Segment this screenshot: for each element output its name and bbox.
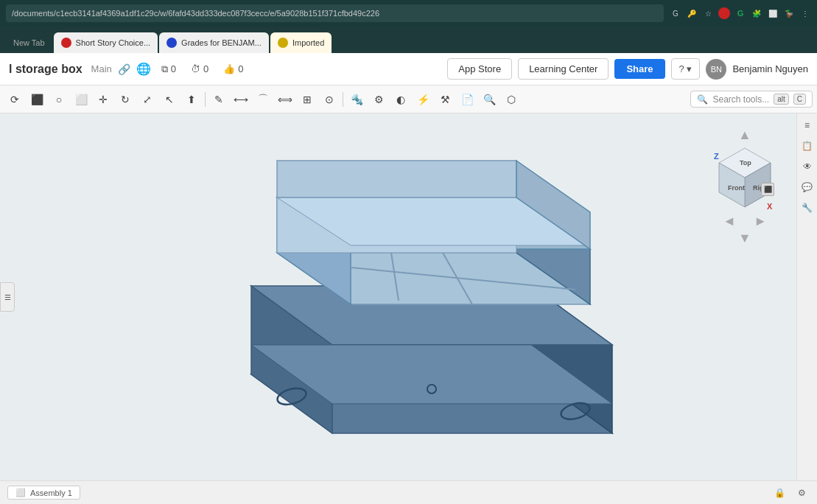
copy-icon: ⧉ (161, 63, 168, 75)
right-panel-btn-5[interactable]: 🔧 (799, 199, 816, 217)
tool-extrude[interactable]: ⬆ (181, 89, 202, 110)
chevron-icon: ▾ (687, 63, 692, 74)
right-panel-btn-2[interactable]: 📋 (799, 137, 816, 155)
grammarly-icon[interactable]: G (734, 7, 746, 19)
tool-inspect[interactable]: 🔍 (479, 89, 499, 110)
toolbar-separator-2 (343, 92, 343, 107)
svg-text:Front: Front (728, 184, 745, 192)
tab-grades[interactable]: Grades for BENJAM... (159, 32, 269, 53)
assembly-icon: ⬜ (15, 488, 26, 497)
main-area: ☰ (0, 113, 817, 480)
tool-drawing[interactable]: 📄 (457, 89, 477, 110)
link-icon[interactable]: 🔗 (118, 63, 130, 75)
nav-cube: ▲ Top Front Right Z X (708, 128, 782, 217)
more-icon[interactable]: ⋮ (799, 7, 811, 19)
app-header: l storage box Main 🔗 🌐 ⧉ 0 ⏱ 0 👍 0 App S… (0, 53, 817, 85)
share-button[interactable]: Share (614, 59, 665, 79)
tool-sheet-metal[interactable]: ⬡ (501, 89, 522, 110)
tab-favicon-short-story (61, 38, 71, 48)
nav-arrow-right[interactable]: ► (754, 214, 767, 229)
clock-icon: ⏱ (191, 63, 200, 74)
nav-arrow-down[interactable]: ▼ (708, 231, 782, 246)
svg-marker-17 (277, 161, 516, 197)
tool-sketch[interactable]: ✎ (208, 89, 229, 110)
star-icon[interactable]: ☆ (702, 7, 714, 19)
tab-new-tab[interactable]: New Tab (6, 32, 52, 53)
tool-box[interactable]: ⬛ (27, 89, 47, 110)
google-icon[interactable]: G (670, 7, 681, 19)
svg-text:Top: Top (740, 159, 751, 167)
tool-joint[interactable]: ⚙ (368, 89, 389, 110)
assembly-tab[interactable]: ⬜ Assembly 1 (7, 486, 80, 500)
tab-favicon-imported (278, 38, 288, 48)
search-tools-box[interactable]: 🔍 Search tools... alt C (690, 91, 813, 108)
search-kbd-c: C (793, 94, 806, 105)
copies-stat: ⧉ 0 (157, 63, 180, 75)
toolbar-separator-1 (205, 92, 206, 107)
url-input[interactable]: /documents/c1ecb3141af4369a1df1c29c/w/6f… (6, 4, 664, 22)
tab-short-story[interactable]: Short Story Choice... (54, 32, 158, 53)
right-panel-btn-1[interactable]: ≡ (799, 116, 816, 134)
right-panel-btn-3[interactable]: 👁 (799, 158, 816, 175)
toolbar: ⟳ ⬛ ○ ⬜ ✛ ↻ ⤢ ↖ ⬆ ✎ ⟷ ⌒ ⟺ ⊞ ⊙ 🔩 ⚙ ◐ ⚡ ⚒ … (0, 85, 817, 113)
viewport[interactable]: ▲ Top Front Right Z X (0, 113, 796, 480)
status-icon-2[interactable]: ⚙ (793, 485, 810, 501)
ext1-icon[interactable] (718, 7, 730, 19)
tool-cam[interactable]: ⚒ (435, 89, 455, 110)
tab-imported[interactable]: Imported (270, 32, 332, 53)
tool-pattern[interactable]: ⊞ (297, 89, 318, 110)
nav-arrow-left[interactable]: ◄ (723, 214, 736, 229)
nav-cube-3d[interactable]: Top Front Right Z X (712, 144, 778, 211)
status-icon-1[interactable]: 🔒 (771, 485, 788, 501)
tool-hole[interactable]: ⊙ (319, 89, 340, 110)
browser-icons: G 🔑 ☆ G 🧩 ⬜ 🦆 ⋮ (670, 7, 811, 19)
puzzle-icon[interactable]: 🧩 (751, 7, 762, 19)
tool-move[interactable]: ✛ (93, 89, 113, 110)
tab-bar: New Tab Short Story Choice... Grades for… (0, 27, 817, 53)
tool-dimension[interactable]: ⟷ (231, 89, 251, 110)
help-button[interactable]: ? ▾ (671, 58, 701, 80)
svg-text:X: X (767, 202, 773, 211)
likes-stat: 👍 0 (219, 63, 248, 74)
tool-render[interactable]: ◐ (390, 89, 411, 110)
svg-text:Z: Z (714, 152, 719, 161)
app-store-button[interactable]: App Store (447, 58, 512, 80)
tool-sphere[interactable]: ○ (49, 89, 69, 110)
menu-icon: ☰ (4, 293, 11, 301)
ext3-icon[interactable]: 🦆 (783, 7, 795, 19)
user-name: Benjamin Nguyen (732, 63, 808, 74)
right-panel: ≡ 📋 👁 💬 🔧 (796, 113, 817, 480)
assembly-label: Assembly 1 (30, 489, 72, 497)
key-icon[interactable]: 🔑 (686, 7, 698, 19)
nav-arrows-lr: ◄ ► (723, 214, 767, 229)
tab-favicon-grades (166, 38, 177, 48)
browser-url-bar: /documents/c1ecb3141af4369a1df1c29c/w/6f… (0, 0, 817, 27)
pending-stat: ⏱ 0 (186, 63, 213, 74)
cube-svg: Top Front Right Z X (712, 144, 778, 211)
ext2-icon[interactable]: ⬜ (767, 7, 779, 19)
nav-arrow-up[interactable]: ▲ (708, 128, 782, 141)
tool-part[interactable]: ⬜ (71, 89, 91, 110)
search-tools-label: Search tools... (712, 94, 769, 105)
tool-scale[interactable]: ⤢ (137, 89, 158, 110)
globe-icon[interactable]: 🌐 (136, 62, 151, 76)
tool-assembly[interactable]: 🔩 (346, 89, 367, 110)
thumbsup-icon: 👍 (223, 63, 235, 74)
search-icon: 🔍 (697, 94, 708, 105)
search-kbd-alt: alt (774, 94, 789, 105)
learning-center-button[interactable]: Learning Center (518, 58, 609, 80)
3d-model (155, 139, 642, 455)
app-subtitle: Main (91, 63, 112, 74)
tool-mirror[interactable]: ⟺ (275, 89, 295, 110)
home-cube-button[interactable]: ⬛ (761, 183, 774, 196)
tool-rotate[interactable]: ↻ (115, 89, 136, 110)
right-panel-btn-4[interactable]: 💬 (799, 178, 816, 196)
tool-sim[interactable]: ⚡ (413, 89, 433, 110)
tool-orbit[interactable]: ⟳ (4, 89, 25, 110)
app-title: l storage box (9, 63, 83, 76)
tool-select[interactable]: ↖ (159, 89, 180, 110)
left-panel-toggle[interactable]: ☰ (0, 282, 15, 312)
status-bar: ⬜ Assembly 1 🔒 ⚙ (0, 480, 817, 504)
avatar[interactable]: BN (706, 59, 726, 80)
tool-fillet[interactable]: ⌒ (253, 89, 273, 110)
